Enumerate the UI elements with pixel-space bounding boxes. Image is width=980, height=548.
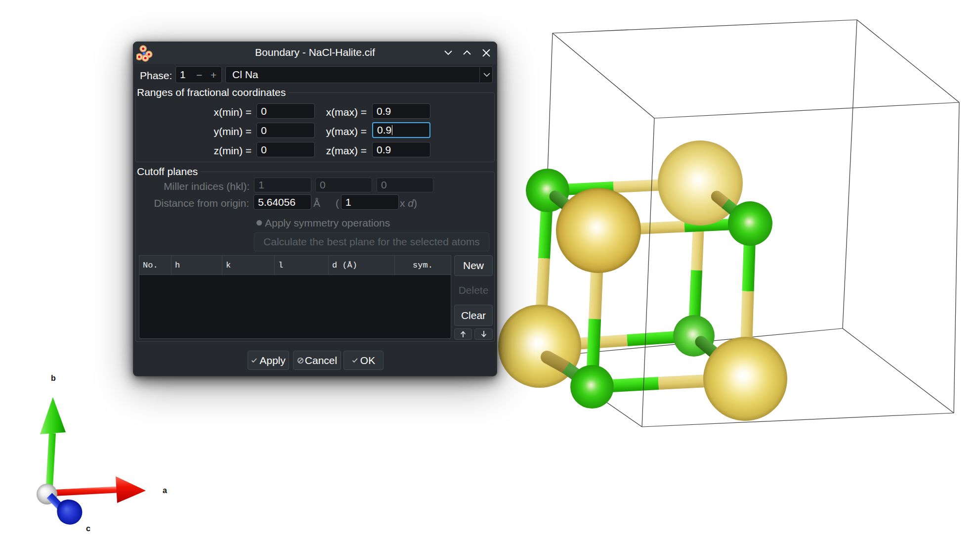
svg-text:a: a — [163, 486, 167, 495]
svg-text:b: b — [51, 374, 56, 382]
svg-text:c: c — [86, 524, 90, 533]
